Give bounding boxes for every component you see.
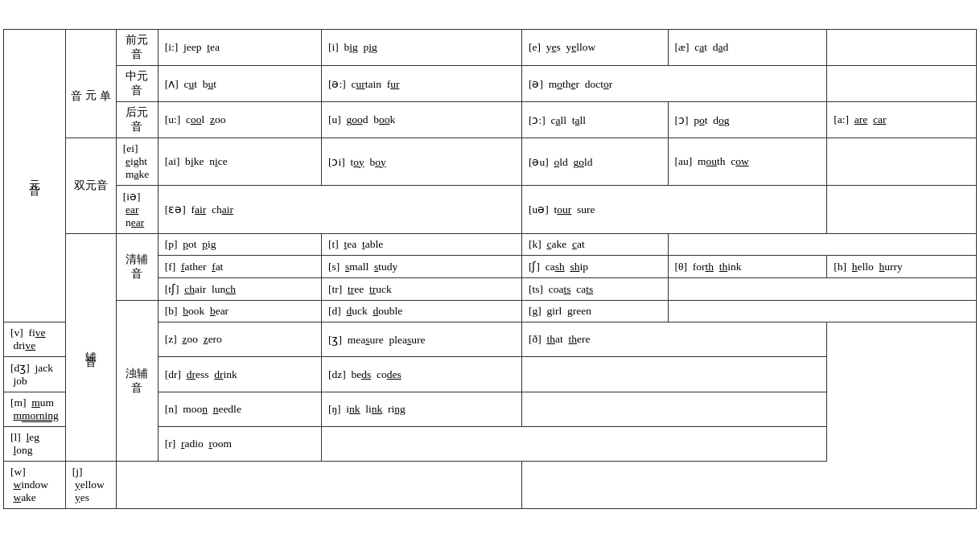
cell-j: [j] yellow yes <box>65 462 116 509</box>
cell-ei: [ei] eight make <box>116 138 158 186</box>
qian-yuanyin-label: 前元音 <box>116 30 158 66</box>
cell-empty-r14 <box>116 462 521 509</box>
cell-dz: [dz] beds codes <box>321 357 521 392</box>
cell-tsh: [tʃ] chair lunch <box>158 278 321 301</box>
cell-u: [u] good book <box>321 102 521 138</box>
fuyin-label: 辅音 <box>65 234 116 462</box>
cell-ue: [uə] tour sure <box>521 186 826 234</box>
cell-empty-r1 <box>827 30 977 66</box>
cell-l: [l] leg long <box>4 427 66 462</box>
cell-empty-r13 <box>321 427 826 462</box>
cell-oi: [ɔi] toy boy <box>321 138 521 186</box>
cell-dzh: [dʒ] jack job <box>4 357 66 392</box>
cell-oo: [ɔ:] call tall <box>521 102 668 138</box>
cell-sh: [ʃ] cash ship <box>521 256 668 278</box>
cell-v: [v] five drive <box>4 322 66 357</box>
cell-k: [k] cake cat <box>521 234 668 256</box>
cell-o: [ɔ] pot dog <box>668 102 827 138</box>
cell-empty-r8 <box>668 278 977 301</box>
cell-ai: [ai] bike nice <box>158 138 321 186</box>
cell-i: [i] big pig <box>321 30 521 66</box>
cell-ii: [i:] jeep tea <box>158 30 321 66</box>
cell-z: [z] zoo zero <box>158 322 321 357</box>
cell-f: [f] father fat <box>158 256 321 278</box>
hou-yuanyin-label: 后元音 <box>116 102 158 138</box>
cell-empty-r12 <box>521 392 826 427</box>
cell-empty-r11 <box>521 357 826 392</box>
cell-r: [r] radio room <box>158 427 321 462</box>
cell-d: [d] duck double <box>321 301 521 322</box>
cell-theta: [θ] forth think <box>668 256 827 278</box>
cell-m: [m] mum mmorning <box>4 392 66 427</box>
cell-eae: [ɛə] fair chair <box>158 186 521 234</box>
yuanyin-label: 元音 <box>4 30 66 322</box>
cell-t: [t] tea table <box>321 234 521 256</box>
qing-fuyin-label: 清辅音 <box>116 234 158 301</box>
cell-ae: [æ] cat dad <box>668 30 827 66</box>
cell-tr: [tr] tree truck <box>321 278 521 301</box>
cell-g: [g] girl green <box>521 301 668 322</box>
cell-schwa: [ə] mother doctor <box>521 66 826 102</box>
cell-s: [s] small study <box>321 256 521 278</box>
cell-lambda: [ʌ] cut but <box>158 66 321 102</box>
cell-uu: [u:] cool zoo <box>158 102 321 138</box>
cell-au: [au] mouth cow <box>668 138 827 186</box>
cell-empty-r6 <box>668 234 977 256</box>
cell-dr: [dr] dress drink <box>158 357 321 392</box>
cell-b: [b] book bear <box>158 301 321 322</box>
cell-h: [h] hello hurry <box>827 256 977 278</box>
cell-zh: [ʒ] measure pleasure <box>321 322 521 357</box>
cell-dh: [ð] that there <box>521 322 826 357</box>
cell-n: [n] moon needle <box>158 392 321 427</box>
cell-ou: [əu] old gold <box>521 138 668 186</box>
cell-empty-r2 <box>827 66 977 102</box>
dan-yuanyin-label: 单元音 <box>65 30 116 138</box>
cell-w: [w] window wake <box>4 462 66 509</box>
cell-schwa-long: [ə:] curtain fur <box>321 66 521 102</box>
cell-empty-r9 <box>668 301 977 322</box>
cell-ie: [iə] ear near <box>116 186 158 234</box>
cell-ts: [ts] coats cats <box>521 278 668 301</box>
shuang-yuanyin-label: 双元音 <box>65 138 116 234</box>
cell-e: [e] yes yellow <box>521 30 668 66</box>
cell-p: [p] pot pig <box>158 234 321 256</box>
zhong-yuanyin-label: 中元音 <box>116 66 158 102</box>
phonetics-main-table: 元音 单元音 前元音 [i:] jeep tea [i] big pig [e]… <box>3 29 977 509</box>
cell-empty-r5 <box>827 186 977 234</box>
zhuo-fuyin-label: 浊辅音 <box>116 301 158 462</box>
cell-aa: [a:] are car <box>827 102 977 138</box>
cell-ng: [ŋ] ink link ring <box>321 392 521 427</box>
